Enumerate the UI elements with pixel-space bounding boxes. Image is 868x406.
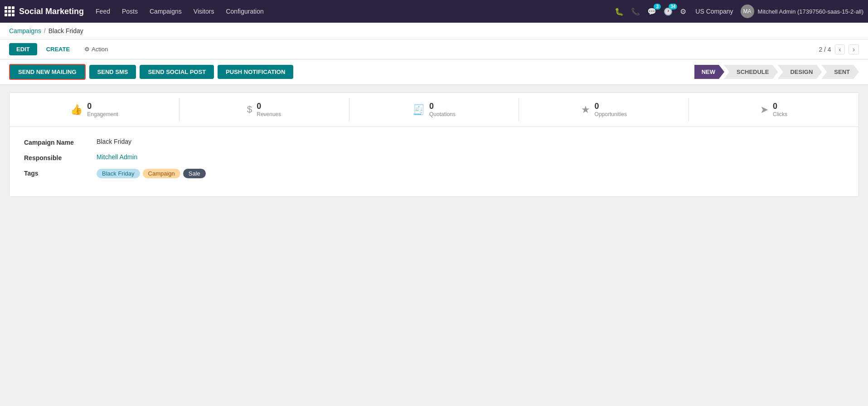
edit-button[interactable]: EDIT bbox=[9, 43, 37, 55]
gear-icon: ⚙ bbox=[84, 46, 90, 53]
toolbar: EDIT CREATE ⚙ Action 2 / 4 ‹ › bbox=[0, 39, 868, 59]
clicks-value: 0 bbox=[773, 102, 787, 111]
clicks-icon: ➤ bbox=[760, 104, 768, 116]
prev-button[interactable]: ‹ bbox=[835, 44, 845, 54]
send-social-post-button[interactable]: SEND SOCIAL POST bbox=[140, 65, 214, 79]
breadcrumb-parent[interactable]: Campaigns bbox=[9, 27, 41, 34]
bug-icon[interactable]: 🐛 bbox=[613, 5, 626, 18]
activity-icon[interactable]: 🕐 34 bbox=[662, 5, 674, 18]
settings-icon[interactable]: ⚙ bbox=[678, 5, 688, 18]
tag-sale[interactable]: Sale bbox=[183, 169, 206, 178]
tag-campaign[interactable]: Campaign bbox=[143, 169, 180, 178]
action-bar: SEND NEW MAILING SEND SMS SEND SOCIAL PO… bbox=[0, 59, 868, 85]
pagination: 2 / 4 bbox=[819, 46, 831, 53]
quotations-icon: 🧾 bbox=[412, 104, 425, 116]
menu-visitors[interactable]: Visitors bbox=[188, 5, 220, 18]
revenues-value: 0 bbox=[257, 102, 281, 111]
menu-feed[interactable]: Feed bbox=[90, 5, 116, 18]
clicks-label: Clicks bbox=[773, 111, 787, 117]
create-button[interactable]: CREATE bbox=[41, 43, 75, 55]
campaign-name-label: Campaign Name bbox=[24, 138, 97, 146]
pipeline-step-new[interactable]: NEW bbox=[694, 65, 724, 79]
main-content: 👍 0 Engagement $ 0 Revenues 🧾 0 Quotatio… bbox=[0, 85, 868, 204]
tag-black-friday[interactable]: Black Friday bbox=[97, 169, 140, 178]
chat-icon[interactable]: 💬 3 bbox=[645, 5, 658, 18]
top-menu: Feed Posts Campaigns Visitors Configurat… bbox=[90, 5, 611, 18]
pipeline-step-schedule[interactable]: SCHEDULE bbox=[724, 65, 778, 79]
revenues-icon: $ bbox=[247, 104, 252, 115]
action-label: Action bbox=[92, 46, 108, 53]
revenues-label: Revenues bbox=[257, 111, 281, 117]
grid-menu-icon[interactable] bbox=[5, 6, 15, 16]
stat-engagement[interactable]: 👍 0 Engagement bbox=[10, 98, 179, 121]
engagement-value: 0 bbox=[87, 102, 118, 111]
stat-clicks[interactable]: ➤ 0 Clicks bbox=[689, 98, 858, 121]
form-section: Campaign Name Black Friday Responsible M… bbox=[10, 127, 858, 196]
campaign-name-row: Campaign Name Black Friday bbox=[24, 138, 844, 146]
stat-opportunities[interactable]: ★ 0 Opportunities bbox=[519, 98, 689, 121]
push-notification-button[interactable]: PUSH NOTIFICATION bbox=[218, 65, 293, 79]
user-name[interactable]: Mitchell Admin (17397560-saas-15-2-all) bbox=[758, 8, 863, 15]
pipeline: NEW SCHEDULE DESIGN SENT bbox=[695, 65, 859, 79]
stat-quotations[interactable]: 🧾 0 Quotations bbox=[349, 98, 519, 121]
company-name[interactable]: US Company bbox=[692, 8, 737, 15]
send-sms-button[interactable]: SEND SMS bbox=[89, 65, 136, 79]
topnav-icons: 🐛 📞 💬 3 🕐 34 ⚙ US Company MA Mitchell Ad… bbox=[613, 5, 863, 18]
breadcrumb-separator: / bbox=[44, 27, 46, 34]
chat-badge: 3 bbox=[654, 4, 661, 10]
stat-revenues[interactable]: $ 0 Revenues bbox=[179, 98, 349, 121]
opportunities-label: Opportunities bbox=[595, 111, 627, 117]
responsible-row: Responsible Mitchell Admin bbox=[24, 153, 844, 161]
engagement-icon: 👍 bbox=[70, 104, 82, 116]
responsible-label: Responsible bbox=[24, 153, 97, 161]
responsible-value[interactable]: Mitchell Admin bbox=[97, 153, 137, 161]
app-logo[interactable]: Social Marketing bbox=[5, 6, 84, 16]
quotations-label: Quotations bbox=[429, 111, 456, 117]
pipeline-step-design[interactable]: DESIGN bbox=[777, 65, 822, 79]
opportunities-value: 0 bbox=[595, 102, 627, 111]
send-mailing-button[interactable]: SEND NEW MAILING bbox=[9, 64, 86, 80]
tags-row: Tags Black Friday Campaign Sale bbox=[24, 169, 844, 178]
action-button[interactable]: ⚙ Action bbox=[79, 43, 113, 55]
activity-badge: 34 bbox=[669, 4, 677, 10]
avatar[interactable]: MA bbox=[741, 5, 754, 18]
menu-posts[interactable]: Posts bbox=[116, 5, 143, 18]
pipeline-step-sent[interactable]: SENT bbox=[821, 65, 859, 79]
tags-container: Black Friday Campaign Sale bbox=[97, 169, 206, 178]
next-button[interactable]: › bbox=[849, 44, 859, 54]
stats-bar: 👍 0 Engagement $ 0 Revenues 🧾 0 Quotatio… bbox=[10, 93, 858, 127]
phone-icon[interactable]: 📞 bbox=[629, 5, 642, 18]
menu-configuration[interactable]: Configuration bbox=[220, 5, 269, 18]
breadcrumb-current: Black Friday bbox=[48, 27, 83, 34]
engagement-label: Engagement bbox=[87, 111, 118, 117]
top-navigation: Social Marketing Feed Posts Campaigns Vi… bbox=[0, 0, 868, 23]
tags-label: Tags bbox=[24, 169, 97, 177]
menu-campaigns[interactable]: Campaigns bbox=[144, 5, 187, 18]
campaign-card: 👍 0 Engagement $ 0 Revenues 🧾 0 Quotatio… bbox=[9, 92, 859, 197]
app-brand: Social Marketing bbox=[19, 7, 84, 16]
campaign-name-value: Black Friday bbox=[97, 138, 131, 145]
quotations-value: 0 bbox=[429, 102, 456, 111]
breadcrumb: Campaigns / Black Friday bbox=[0, 23, 868, 39]
toolbar-right: 2 / 4 ‹ › bbox=[819, 44, 859, 54]
opportunities-icon: ★ bbox=[581, 104, 590, 116]
